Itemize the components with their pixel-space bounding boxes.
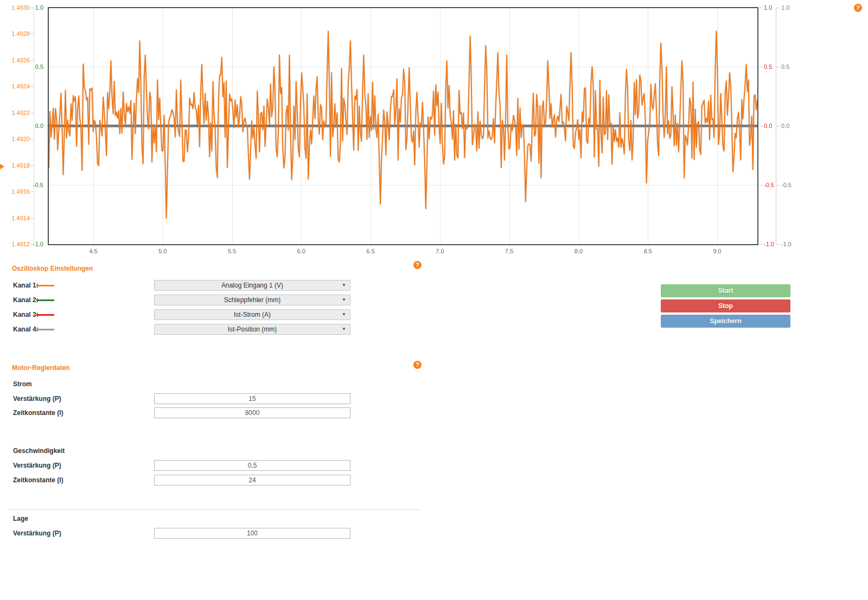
- strom-zeitkonstante-label: Zeitkonstante (I): [13, 407, 63, 418]
- section-divider: [8, 509, 420, 510]
- stop-button[interactable]: Stop: [661, 299, 790, 312]
- geschwindigkeit-verstaerkung-label: Verstärkung (P): [13, 460, 61, 471]
- geschwindigkeit-verstaerkung-input[interactable]: [154, 460, 350, 471]
- group-title-geschwindigkeit: Geschwindigkeit: [13, 447, 65, 455]
- chevron-down-icon: ▼: [342, 324, 346, 334]
- strom-verstaerkung-label: Verstärkung (P): [13, 393, 61, 404]
- geschwindigkeit-zeitkonstante-input[interactable]: [154, 475, 350, 486]
- kanal-3-color-swatch: [36, 314, 54, 316]
- kanal-2-color-swatch: [36, 299, 54, 301]
- speichern-button[interactable]: Speichern: [661, 315, 790, 328]
- strom-zeitkonstante-input[interactable]: [154, 407, 350, 418]
- start-button[interactable]: Start: [661, 284, 790, 297]
- group-title-strom: Strom: [13, 380, 32, 388]
- chevron-down-icon: ▼: [342, 295, 346, 305]
- lage-verstaerkung-label: Verstärkung (P): [13, 528, 61, 539]
- motor-section-title: Motor-Reglerdaten: [12, 364, 70, 372]
- kanal-4-selected-value: Ist-Position (mm): [155, 324, 350, 334]
- kanal-2-label: Kanal 2:: [13, 295, 39, 305]
- kanal-4-label: Kanal 4:: [13, 324, 39, 335]
- axis-pan-arrow-icon[interactable]: [0, 164, 4, 169]
- kanal-2-select[interactable]: Schleppfehler (mm) ▼: [154, 295, 350, 305]
- kanal-1-label: Kanal 1:: [13, 280, 39, 291]
- geschwindigkeit-zeitkonstante-label: Zeitkonstante (I): [13, 475, 63, 486]
- kanal-1-selected-value: Analog Eingang 1 (V): [155, 280, 350, 290]
- kanal-1-color-swatch: [36, 285, 54, 286]
- kanal-3-select[interactable]: Ist-Strom (A) ▼: [154, 309, 350, 320]
- chevron-down-icon: ▼: [342, 280, 346, 290]
- kanal-3-label: Kanal 3:: [13, 309, 39, 320]
- group-title-lage: Lage: [13, 515, 28, 522]
- lage-verstaerkung-input[interactable]: [154, 528, 350, 539]
- motor-help-icon[interactable]: ?: [413, 361, 422, 369]
- kanal-2-selected-value: Schleppfehler (mm): [155, 295, 350, 305]
- oscilloscope-app: 1.49301.49281.49261.49241.49221.49201.49…: [0, 0, 868, 600]
- kanal-4-color-swatch: [36, 329, 54, 330]
- kanal-3-selected-value: Ist-Strom (A): [155, 310, 350, 320]
- oszilloskop-help-icon[interactable]: ?: [413, 261, 422, 269]
- oszilloskop-section-title: Oszilloskop Einstellungen: [12, 265, 93, 272]
- kanal-4-select[interactable]: Ist-Position (mm) ▼: [154, 324, 350, 335]
- oscilloscope-chart: 1.49301.49281.49261.49241.49221.49201.49…: [0, 0, 868, 255]
- chart-help-icon[interactable]: ?: [854, 4, 862, 12]
- strom-verstaerkung-input[interactable]: [154, 393, 350, 404]
- kanal-1-select[interactable]: Analog Eingang 1 (V) ▼: [154, 280, 350, 291]
- chevron-down-icon: ▼: [342, 310, 346, 320]
- scope-plot-canvas[interactable]: [0, 0, 868, 255]
